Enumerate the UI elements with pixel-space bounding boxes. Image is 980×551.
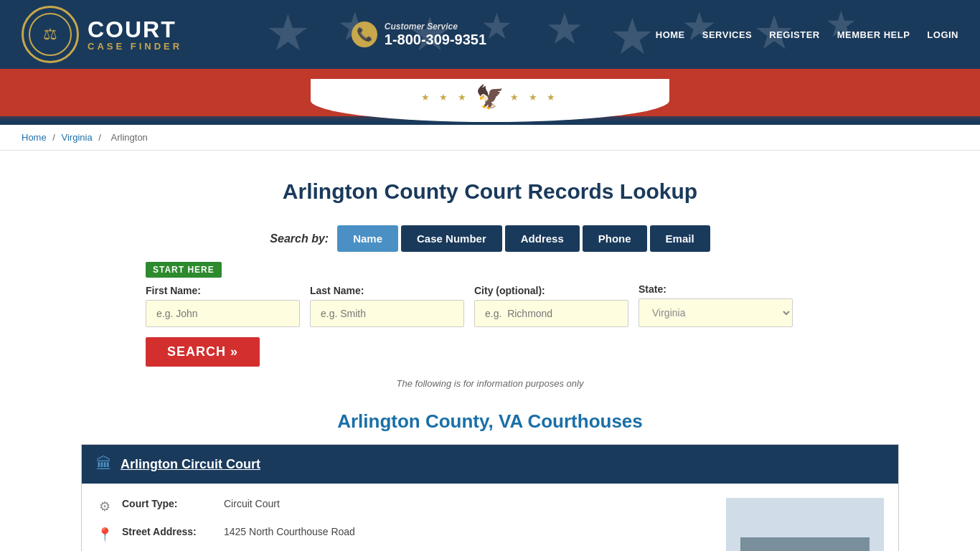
address-label: Street Address: — [122, 526, 215, 537]
breadcrumb: Home / Virginia / Arlington — [0, 125, 980, 151]
search-button[interactable]: SEARCH » — [146, 337, 260, 367]
breadcrumb-home[interactable]: Home — [22, 132, 47, 143]
search-section: Search by: Name Case Number Address Phon… — [81, 225, 899, 389]
eagle-stars-right: ★ ★ ★ — [510, 92, 559, 103]
cs-phone: 1-800-309-9351 — [385, 32, 486, 48]
breadcrumb-sep-2: / — [98, 132, 103, 143]
tab-address[interactable]: Address — [505, 225, 580, 252]
last-name-input[interactable] — [310, 300, 464, 327]
info-note: The following is for information purpose… — [81, 378, 899, 389]
courthouse-header: 🏛 Arlington Circuit Court — [82, 445, 898, 484]
cs-label: Customer Service — [385, 22, 486, 32]
state-label: State: — [639, 283, 793, 295]
logo-badge: ⚖ — [22, 6, 79, 63]
state-select[interactable]: Virginia Alabama Alaska Arizona Californ… — [639, 298, 793, 327]
logo-court-label: COURT — [88, 18, 182, 41]
gavel-icon: ⚖ — [43, 25, 57, 44]
svg-rect-3 — [740, 537, 870, 551]
detail-address: 📍 Street Address: 1425 North Courthouse … — [96, 526, 712, 542]
logo-case-finder-label: CASE FINDER — [88, 41, 182, 52]
first-name-group: First Name: — [146, 285, 300, 327]
form-container: START HERE First Name: Last Name: City (… — [146, 262, 834, 367]
search-by-row: Search by: Name Case Number Address Phon… — [81, 225, 899, 252]
customer-service: 📞 Customer Service 1-800-309-9351 — [352, 22, 486, 48]
detail-court-type: ⚙ Court Type: Circuit Court — [96, 498, 712, 514]
court-type-value: Circuit Court — [224, 498, 280, 509]
eagle-symbol: 🦅 — [476, 83, 504, 110]
courthouse-name[interactable]: Arlington Circuit Court — [121, 457, 260, 472]
courthouse-card: 🏛 Arlington Circuit Court ⚙ Court Type: … — [81, 444, 899, 551]
logo-text: COURT CASE FINDER — [88, 18, 182, 52]
nav-services[interactable]: SERVICES — [702, 29, 753, 40]
cs-info: Customer Service 1-800-309-9351 — [385, 22, 486, 48]
courthouse-building-icon: 🏛 — [96, 455, 112, 474]
last-name-group: Last Name: — [310, 285, 464, 327]
state-group: State: Virginia Alabama Alaska Arizona C… — [639, 283, 793, 327]
location-icon: 📍 — [96, 527, 113, 542]
tab-phone[interactable]: Phone — [583, 225, 647, 252]
phone-icon: 📞 — [352, 22, 377, 47]
search-form: First Name: Last Name: City (optional): … — [146, 283, 834, 367]
nav-login[interactable]: LOGIN — [927, 29, 958, 40]
main-content: Arlington County Court Records Lookup Se… — [60, 151, 920, 551]
tab-email[interactable]: Email — [650, 225, 710, 252]
tab-case-number[interactable]: Case Number — [401, 225, 502, 252]
tab-name[interactable]: Name — [337, 225, 398, 252]
last-name-label: Last Name: — [310, 285, 464, 296]
breadcrumb-arlington: Arlington — [111, 132, 148, 143]
first-name-input[interactable] — [146, 300, 300, 327]
first-name-label: First Name: — [146, 285, 300, 296]
city-input[interactable] — [474, 300, 628, 327]
courthouses-title: Arlington County, VA Courthouses — [81, 410, 899, 433]
nav-home[interactable]: HOME — [656, 29, 685, 40]
logo-icon: ⚖ — [29, 13, 72, 56]
city-group: City (optional): — [474, 285, 628, 327]
court-type-label: Court Type: — [122, 498, 215, 509]
red-stripe-top — [0, 69, 980, 76]
courthouse-body: ⚙ Court Type: Circuit Court 📍 Street Add… — [82, 484, 898, 551]
nav-member-help[interactable]: MEMBER HELP — [837, 29, 910, 40]
breadcrumb-virginia[interactable]: Virginia — [62, 132, 93, 143]
breadcrumb-sep-1: / — [52, 132, 57, 143]
eagle-stars-left: ★ ★ ★ — [421, 92, 470, 103]
courthouse-details: ⚙ Court Type: Circuit Court 📍 Street Add… — [96, 498, 712, 551]
eagle-banner: ★ ★ ★ 🦅 ★ ★ ★ — [0, 76, 980, 121]
courthouse-image — [726, 498, 884, 551]
address-value: 1425 North Courthouse Road — [224, 526, 355, 537]
main-nav: HOME SERVICES REGISTER MEMBER HELP LOGIN — [656, 29, 958, 40]
logo-area: ⚖ COURT CASE FINDER — [22, 6, 182, 63]
page-title: Arlington County Court Records Lookup — [81, 179, 899, 204]
gavel-detail-icon: ⚙ — [96, 499, 113, 514]
city-label: City (optional): — [474, 285, 628, 296]
search-by-label: Search by: — [270, 232, 329, 245]
start-here-badge: START HERE — [146, 262, 222, 278]
nav-register[interactable]: REGISTER — [769, 29, 819, 40]
